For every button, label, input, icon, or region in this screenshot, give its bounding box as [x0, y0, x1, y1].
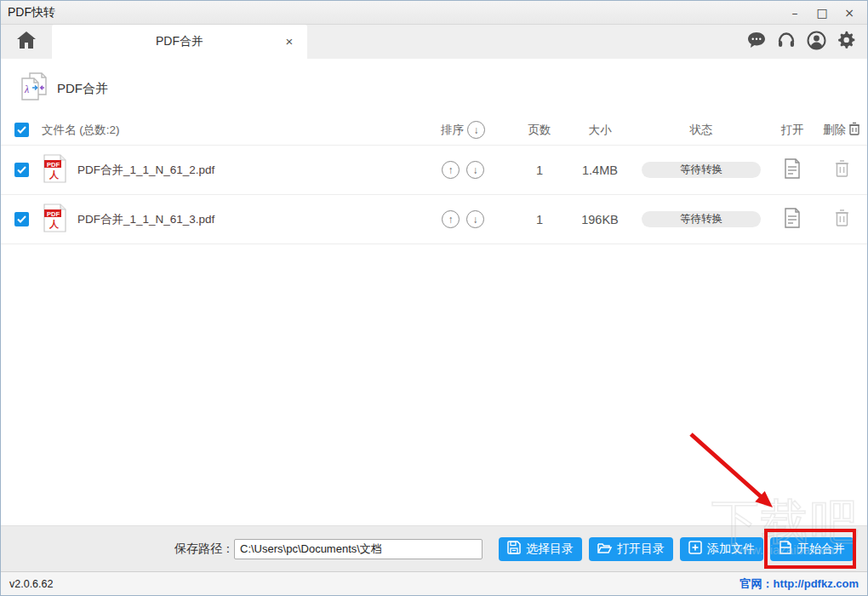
document-icon — [784, 158, 801, 182]
svg-text:λ: λ — [24, 83, 29, 95]
add-file-button[interactable]: 添加文件 — [680, 537, 763, 561]
website-link[interactable]: 官网：http://pdfkz.com — [740, 576, 859, 592]
close-button[interactable]: × — [838, 4, 860, 21]
merge-icon — [779, 541, 792, 557]
svg-text:人: 人 — [49, 219, 60, 230]
row-checkbox[interactable] — [14, 163, 29, 177]
trash-icon — [835, 209, 849, 230]
window-title: PDF快转 — [8, 5, 55, 20]
app-window: PDF快转 – □ × PDF合并 × — [0, 0, 868, 596]
save-path-input[interactable] — [234, 539, 483, 559]
table-row: PDF 人 PDF合并_1_1_N_61_3.pdf ↑ ↓ 1 196KB 等… — [1, 195, 867, 244]
table-header: 文件名 (总数:2) 排序 ↓ 页数 大小 状态 打开 删除 — [1, 115, 867, 146]
move-up-icon[interactable]: ↑ — [442, 210, 460, 228]
column-open: 打开 — [768, 123, 816, 138]
column-filename: 文件名 (总数:2) — [42, 123, 413, 138]
document-icon — [784, 208, 801, 232]
file-name: PDF合并_1_1_N_61_2.pdf — [77, 163, 214, 178]
svg-text:PDF: PDF — [47, 210, 60, 218]
page-title: PDF合并 — [57, 81, 108, 97]
delete-all-icon[interactable] — [848, 122, 860, 138]
bottom-bar: 保存路径： 选择目录 打开目录 添加文件 开始合并 — [1, 525, 867, 571]
move-up-icon[interactable]: ↑ — [442, 161, 460, 179]
open-file-button[interactable] — [768, 158, 816, 182]
save-path-label: 保存路径： — [174, 542, 234, 557]
minimize-button[interactable]: – — [784, 4, 806, 21]
move-down-icon[interactable]: ↓ — [466, 210, 484, 228]
column-sort[interactable]: 排序 ↓ — [413, 121, 513, 139]
tab-close-icon[interactable]: × — [282, 34, 297, 49]
pdf-merge-icon: λ — [18, 71, 50, 106]
home-button[interactable] — [1, 25, 52, 59]
title-bar: PDF快转 – □ × — [1, 1, 867, 25]
chat-bubble-icon — [747, 32, 766, 52]
tab-label: PDF合并 — [156, 34, 203, 49]
trash-icon — [835, 159, 849, 181]
page-count: 1 — [513, 163, 566, 177]
tab-pdf-merge[interactable]: PDF合并 × — [52, 25, 307, 59]
folder-open-icon — [597, 542, 612, 557]
gear-icon — [837, 31, 855, 53]
support-button[interactable] — [777, 32, 796, 51]
file-size: 196KB — [566, 213, 634, 226]
main-content: λ PDF合并 文件名 (总数:2) 排序 ↓ 页数 大小 状态 打开 — [1, 59, 867, 525]
start-merge-button[interactable]: 开始合并 — [770, 537, 854, 561]
svg-text:PDF: PDF — [47, 161, 60, 169]
table-row: PDF 人 PDF合并_1_1_N_61_2.pdf ↑ ↓ 1 1.4MB 等… — [1, 146, 867, 195]
status-bar: v2.0.6.62 官网：http://pdfkz.com — [1, 571, 867, 595]
page-header: λ PDF合并 — [1, 59, 867, 115]
choose-directory-button[interactable]: 选择目录 — [499, 537, 582, 561]
headphones-icon — [777, 32, 796, 52]
pdf-file-icon: PDF 人 — [42, 154, 67, 186]
tab-bar: PDF合并 × — [1, 25, 867, 59]
open-directory-button[interactable]: 打开目录 — [589, 537, 673, 561]
svg-text:人: 人 — [49, 169, 60, 181]
delete-file-button[interactable] — [816, 209, 867, 230]
file-name: PDF合并_1_1_N_61_3.pdf — [77, 212, 214, 227]
save-icon — [507, 541, 521, 557]
settings-button[interactable] — [837, 32, 855, 51]
column-pages: 页数 — [513, 123, 566, 138]
sort-down-icon[interactable]: ↓ — [467, 121, 485, 139]
file-size: 1.4MB — [566, 163, 634, 177]
add-file-icon — [688, 541, 702, 557]
version-label: v2.0.6.62 — [9, 578, 53, 590]
pdf-file-icon: PDF 人 — [42, 203, 67, 235]
row-checkbox[interactable] — [14, 212, 29, 226]
select-all-checkbox[interactable] — [14, 123, 29, 137]
account-button[interactable] — [807, 32, 825, 51]
home-icon — [16, 31, 37, 53]
column-size: 大小 — [566, 123, 634, 138]
user-icon — [807, 31, 826, 54]
feedback-button[interactable] — [747, 32, 766, 51]
status-badge: 等待转换 — [642, 211, 761, 227]
page-count: 1 — [513, 213, 566, 226]
open-file-button[interactable] — [768, 208, 816, 232]
column-status: 状态 — [634, 123, 768, 138]
move-down-icon[interactable]: ↓ — [466, 161, 484, 179]
column-delete[interactable]: 删除 — [816, 122, 867, 138]
status-badge: 等待转换 — [642, 162, 761, 178]
maximize-button[interactable]: □ — [811, 4, 833, 21]
delete-file-button[interactable] — [816, 159, 867, 181]
